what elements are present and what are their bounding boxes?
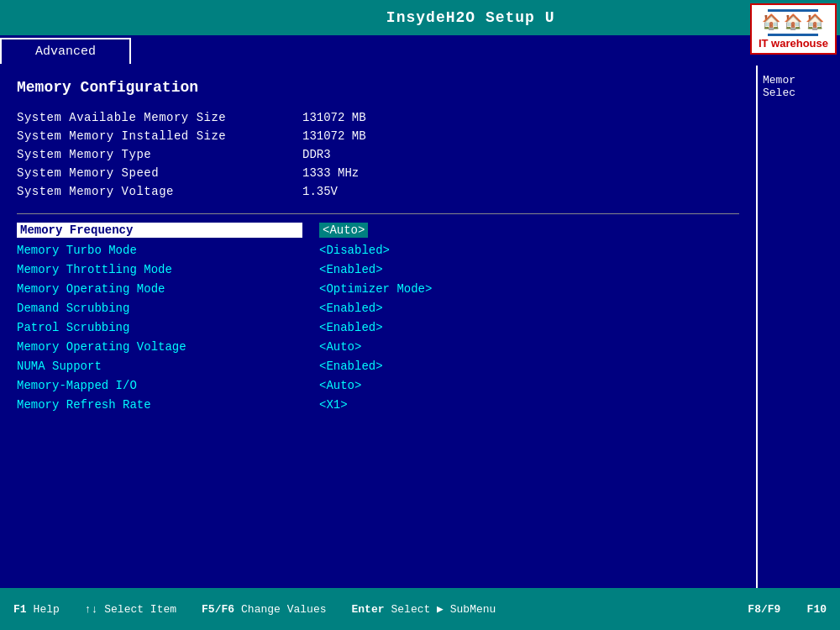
info-row-3: System Memory Speed 1333 MHz (17, 166, 739, 180)
info-label-1: System Memory Installed Size (17, 129, 302, 143)
settings-value-turbo: <Disabled> (319, 244, 390, 257)
f10-key: F10 (807, 603, 827, 616)
info-value-4: 1.35V (302, 185, 338, 198)
top-bar: InsydeH2O Setup U (0, 0, 840, 35)
settings-label-demand-scrubbing: Demand Scrubbing (17, 302, 302, 315)
settings-value-numa: <Enabled> (319, 360, 383, 373)
settings-label-throttling: Memory Throttling Mode (17, 263, 302, 276)
info-row-2: System Memory Type DDR3 (17, 148, 739, 161)
info-value-0: 131072 MB (302, 111, 366, 124)
settings-value-throttling: <Enabled> (319, 263, 383, 276)
settings-row-8[interactable]: Memory-Mapped I/O <Auto> (17, 379, 739, 392)
info-value-1: 131072 MB (302, 129, 366, 143)
settings-label-patrol-scrubbing: Patrol Scrubbing (17, 321, 302, 334)
info-table: System Available Memory Size 131072 MB S… (17, 111, 739, 198)
divider (17, 213, 739, 214)
change-label: Change Values (241, 603, 326, 616)
info-label-4: System Memory Voltage (17, 185, 302, 198)
settings-label-memory-frequency: Memory Frequency (17, 223, 302, 238)
bottom-arrows: ↑↓ Select Item (85, 603, 176, 616)
f5f6-key: F5/F6 (202, 603, 234, 616)
settings-row-0[interactable]: Memory Frequency <Auto> (17, 223, 739, 238)
settings-label-op-voltage: Memory Operating Voltage (17, 340, 302, 354)
settings-value-patrol-scrubbing: <Enabled> (319, 321, 383, 334)
settings-row-3[interactable]: Memory Operating Mode <Optimizer Mode> (17, 282, 739, 296)
info-label-3: System Memory Speed (17, 166, 302, 180)
settings-row-7[interactable]: NUMA Support <Enabled> (17, 360, 739, 373)
bios-title: InsydeH2O Setup U (386, 9, 555, 26)
right-sidebar: Memor Selec (756, 66, 840, 588)
info-row-0: System Available Memory Size 131072 MB (17, 111, 739, 124)
sidebar-line1: Memor (763, 74, 835, 87)
info-label-0: System Available Memory Size (17, 111, 302, 124)
bottom-f5f6: F5/F6 Change Values (202, 603, 326, 616)
help-label: Help (34, 603, 60, 616)
main-content: Memory Configuration System Available Me… (0, 66, 840, 588)
settings-label-numa: NUMA Support (17, 360, 302, 373)
settings-row-2[interactable]: Memory Throttling Mode <Enabled> (17, 263, 739, 276)
bottom-right-keys: F8/F9 F10 (748, 603, 827, 616)
bottom-bar: F1 Help ↑↓ Select Item F5/F6 Change Valu… (0, 588, 840, 630)
section-title: Memory Configuration (17, 79, 739, 96)
f8f9-key: F8/F9 (748, 603, 780, 616)
settings-value-refresh-rate: <X1> (319, 398, 348, 412)
house-icon-1: 🏠 (762, 13, 780, 31)
select-label: Select ▶ SubMenu (391, 602, 496, 616)
settings-value-operating-mode: <Optimizer Mode> (319, 282, 432, 296)
logo-box: 🏠 🏠 🏠 IT warehouse (750, 3, 837, 55)
settings-value-demand-scrubbing: <Enabled> (319, 302, 383, 315)
settings-row-4[interactable]: Demand Scrubbing <Enabled> (17, 302, 739, 315)
info-row-4: System Memory Voltage 1.35V (17, 185, 739, 198)
settings-row-6[interactable]: Memory Operating Voltage <Auto> (17, 340, 739, 354)
sidebar-line2: Selec (763, 87, 835, 99)
house-icon-3: 🏠 (806, 13, 824, 31)
bottom-enter: Enter Select ▶ SubMenu (351, 602, 496, 616)
tab-bar: Advanced (0, 35, 840, 66)
center-panel: Memory Configuration System Available Me… (0, 66, 756, 588)
settings-value-op-voltage: <Auto> (319, 340, 361, 354)
settings-label-turbo: Memory Turbo Mode (17, 244, 302, 257)
bottom-f1: F1 Help (13, 603, 60, 616)
settings-value-mmio: <Auto> (319, 379, 361, 392)
logo-icons: 🏠 🏠 🏠 (762, 13, 824, 31)
settings-row-5[interactable]: Patrol Scrubbing <Enabled> (17, 321, 739, 334)
f1-key: F1 (13, 603, 27, 616)
settings-label-refresh-rate: Memory Refresh Rate (17, 398, 302, 412)
info-value-3: 1333 MHz (302, 166, 359, 180)
settings-value-memory-frequency: <Auto> (319, 223, 368, 238)
house-icon-2: 🏠 (784, 13, 802, 31)
settings-table: Memory Frequency <Auto> Memory Turbo Mod… (17, 223, 739, 412)
arrows-label: ↑↓ Select Item (85, 603, 176, 616)
info-row-1: System Memory Installed Size 131072 MB (17, 129, 739, 143)
logo-line-bottom (768, 34, 818, 36)
logo-line-top (768, 9, 818, 12)
settings-label-mmio: Memory-Mapped I/O (17, 379, 302, 392)
info-label-2: System Memory Type (17, 148, 302, 161)
settings-row-9[interactable]: Memory Refresh Rate <X1> (17, 398, 739, 412)
tab-advanced[interactable]: Advanced (0, 38, 131, 64)
settings-label-operating-mode: Memory Operating Mode (17, 282, 302, 296)
info-value-2: DDR3 (302, 148, 331, 161)
settings-row-1[interactable]: Memory Turbo Mode <Disabled> (17, 244, 739, 257)
logo-text: IT warehouse (759, 37, 828, 50)
enter-key: Enter (351, 603, 384, 616)
